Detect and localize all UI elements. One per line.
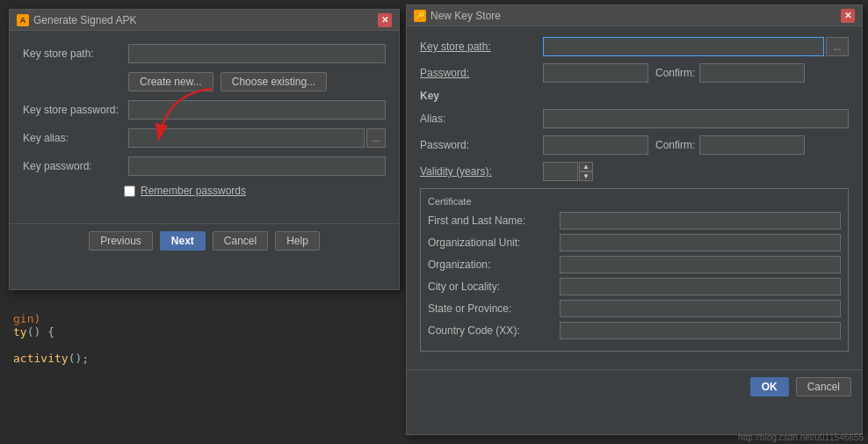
nks-cancel-button[interactable]: Cancel <box>796 377 851 397</box>
nks-state-input[interactable] <box>560 300 841 317</box>
nks-confirm-group: Confirm: <box>655 63 805 83</box>
create-new-button[interactable]: Create new... <box>128 72 213 91</box>
nks-password-label: Password: <box>420 67 543 79</box>
nks-key-password-input[interactable] <box>543 135 648 155</box>
keystore-password-input[interactable] <box>128 100 386 120</box>
keystore-path-label: Key store path: <box>23 47 128 60</box>
keystore-path-row: Key store path: <box>23 44 386 63</box>
nks-alias-label: Alias: <box>420 113 543 125</box>
nks-organization-row: Organization: <box>428 256 841 273</box>
apk-dialog-titlebar: A Generate Signed APK ✕ <box>10 10 399 31</box>
nks-organization-input[interactable] <box>560 256 841 273</box>
nks-country-input[interactable] <box>560 322 841 339</box>
nks-key-confirm-input[interactable] <box>699 135 805 155</box>
keystore-dialog-body: Key store path: ... Password: Confirm: K… <box>407 26 862 369</box>
nks-first-last-name-label: First and Last Name: <box>428 215 560 227</box>
key-alias-input[interactable] <box>128 128 365 148</box>
nks-validity-input[interactable]: 25 <box>543 162 578 181</box>
code-line-1: gin) <box>13 312 391 325</box>
keystore-dialog-title: New Key Store <box>430 10 501 22</box>
next-button[interactable]: Next <box>160 231 206 251</box>
nks-validity-decrement-button[interactable]: ▼ <box>579 171 593 181</box>
nks-path-label: Key store path: <box>420 40 543 53</box>
nks-validity-increment-button[interactable]: ▲ <box>579 162 593 171</box>
keystore-password-row: Key store password: <box>23 100 386 120</box>
nks-key-password-label: Password: <box>420 139 543 151</box>
key-password-row: Key password: <box>23 156 386 176</box>
nks-first-last-name-row: First and Last Name: <box>428 212 841 229</box>
key-alias-row: Key alias: ... <box>23 128 386 148</box>
nks-state-row: State or Province: <box>428 300 841 317</box>
keystore-dialog-footer: OK Cancel <box>407 369 862 404</box>
code-line-3 <box>13 338 391 352</box>
nks-key-confirm-group: Confirm: <box>655 135 805 155</box>
nks-org-unit-label: Organizational Unit: <box>428 237 560 249</box>
remember-passwords-row: Remember passwords <box>124 185 386 197</box>
code-line-2: ty() { <box>13 325 391 338</box>
remember-passwords-label: Remember passwords <box>141 185 246 197</box>
nks-first-last-name-input[interactable] <box>560 212 841 229</box>
cancel-button[interactable]: Cancel <box>213 231 268 251</box>
nks-password-input[interactable] <box>543 63 648 83</box>
apk-dialog-close-button[interactable]: ✕ <box>378 13 392 27</box>
keystore-dialog-icon: 🔑 <box>414 10 426 22</box>
generate-signed-apk-dialog: A Generate Signed APK ✕ Key store path: … <box>9 9 400 290</box>
nks-city-row: City or Locality: <box>428 278 841 295</box>
code-background: gin) ty() { activity(); <box>0 303 404 444</box>
watermark: http://blog.csdn.net/u011546655 <box>738 433 864 442</box>
new-key-store-dialog: 🔑 New Key Store ✕ Key store path: ... Pa… <box>406 4 863 435</box>
nks-country-label: Country Code (XX): <box>428 324 560 337</box>
nks-city-input[interactable] <box>560 278 841 295</box>
keystore-dialog-titlebar-left: 🔑 New Key Store <box>414 10 501 22</box>
nks-validity-spinner-buttons: ▲ ▼ <box>579 162 593 181</box>
nks-ok-button[interactable]: OK <box>750 377 789 397</box>
previous-button[interactable]: Previous <box>89 231 153 251</box>
create-choose-row: Create new... Choose existing... <box>128 72 386 91</box>
nks-key-confirm-label: Confirm: <box>655 139 695 151</box>
apk-dialog-footer: Previous Next Cancel Help <box>10 223 399 258</box>
apk-dialog-title: Generate Signed APK <box>33 14 136 26</box>
nks-confirm-label: Confirm: <box>655 67 695 79</box>
nks-password-row: Password: Confirm: <box>420 63 849 83</box>
apk-dialog-titlebar-left: A Generate Signed APK <box>17 14 136 26</box>
choose-existing-button[interactable]: Choose existing... <box>221 72 327 91</box>
nks-confirm-input[interactable] <box>699 63 805 83</box>
nks-alias-input[interactable] <box>543 109 849 128</box>
apk-dialog-body: Key store path: Create new... Choose exi… <box>10 31 399 223</box>
keystore-path-input[interactable] <box>128 44 386 63</box>
key-password-input[interactable] <box>128 156 386 176</box>
code-line-4: activity(); <box>13 352 391 365</box>
nks-state-label: State or Province: <box>428 302 560 315</box>
nks-org-unit-row: Organizational Unit: <box>428 234 841 251</box>
nks-key-password-row: Password: Confirm: <box>420 135 849 155</box>
nks-org-unit-input[interactable] <box>560 234 841 251</box>
nks-city-label: City or Locality: <box>428 280 560 293</box>
nks-path-row: Key store path: ... <box>420 37 849 56</box>
help-button[interactable]: Help <box>275 231 320 251</box>
nks-validity-spinner: 25 ▲ ▼ <box>543 162 593 181</box>
nks-path-input[interactable] <box>543 37 824 56</box>
nks-certificate-section: Certificate First and Last Name: Organiz… <box>420 188 849 352</box>
key-alias-label: Key alias: <box>23 132 128 144</box>
key-password-label: Key password: <box>23 160 128 172</box>
nks-key-section-label: Key <box>420 90 849 102</box>
keystore-dialog-close-button[interactable]: ✕ <box>841 9 855 23</box>
keystore-dialog-titlebar: 🔑 New Key Store ✕ <box>407 5 862 26</box>
remember-passwords-checkbox[interactable] <box>124 186 135 197</box>
nks-country-row: Country Code (XX): <box>428 322 841 339</box>
nks-validity-row: Validity (years): 25 ▲ ▼ <box>420 162 849 181</box>
keystore-password-label: Key store password: <box>23 104 128 116</box>
nks-browse-button[interactable]: ... <box>826 37 849 56</box>
nks-validity-label: Validity (years): <box>420 165 543 178</box>
nks-alias-row: Alias: <box>420 109 849 128</box>
key-alias-browse-button[interactable]: ... <box>366 128 386 148</box>
apk-dialog-icon: A <box>17 14 29 26</box>
nks-organization-label: Organization: <box>428 258 560 271</box>
nks-certificate-title: Certificate <box>428 196 841 207</box>
